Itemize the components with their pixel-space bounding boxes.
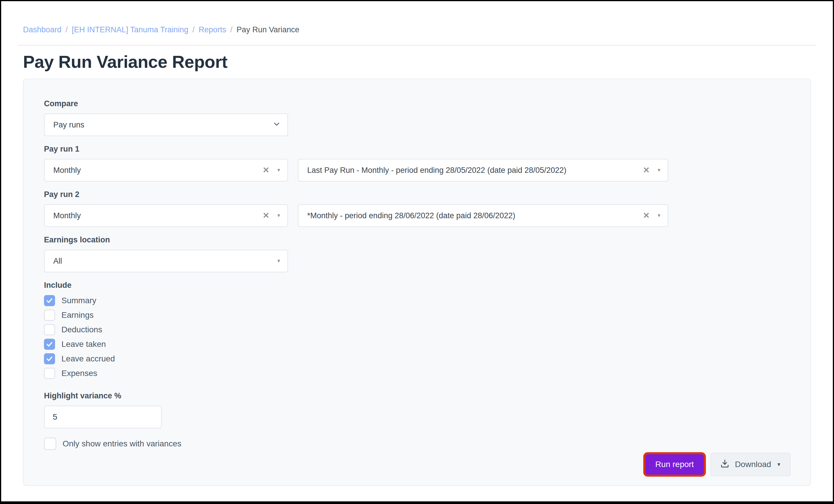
pay-run-2-payrun-select[interactable]: *Monthly - period ending 28/06/2022 (dat… xyxy=(298,204,668,227)
screenshot-frame: Dashboard / [EH INTERNAL] Tanuma Trainin… xyxy=(0,0,834,504)
page-title: Pay Run Variance Report xyxy=(23,53,811,71)
pay-run-2-schedule-value: Monthly xyxy=(53,211,263,220)
only-variances-row[interactable]: Only show entries with variances xyxy=(44,436,791,452)
caret-down-icon[interactable]: ▼ xyxy=(276,259,281,264)
checkmark-icon xyxy=(46,341,53,348)
highlight-variance-field-group: Highlight variance % xyxy=(44,391,791,428)
checkbox-label: Deductions xyxy=(62,325,102,334)
checkbox-label: Leave taken xyxy=(62,340,106,349)
breadcrumb-separator: / xyxy=(193,25,195,35)
clear-icon[interactable]: ✕ xyxy=(263,166,269,174)
checkbox-label: Summary xyxy=(62,296,96,305)
breadcrumb-reports[interactable]: Reports xyxy=(199,25,226,35)
footer-actions: Run report Download ▼ xyxy=(44,452,791,477)
breadcrumb: Dashboard / [EH INTERNAL] Tanuma Trainin… xyxy=(23,1,811,35)
checkbox-row-expenses[interactable]: Expenses xyxy=(44,366,791,381)
checkbox-label: Expenses xyxy=(62,369,97,378)
pay-run-2-schedule-select[interactable]: Monthly ✕ ▼ xyxy=(44,204,288,227)
pay-run-1-schedule-value: Monthly xyxy=(53,166,263,175)
pay-run-1-payrun-select[interactable]: Last Pay Run - Monthly - period ending 2… xyxy=(298,159,668,182)
checkbox-row-summary[interactable]: Summary xyxy=(44,293,791,308)
earnings-location-value: All xyxy=(53,257,276,266)
chevron-down-icon xyxy=(272,120,281,130)
pay-run-2-field-group: Pay run 2 Monthly ✕ ▼ *Monthly - period … xyxy=(44,190,791,227)
page-content: Dashboard / [EH INTERNAL] Tanuma Trainin… xyxy=(1,1,833,486)
checkbox-row-earnings[interactable]: Earnings xyxy=(44,308,791,322)
caret-down-icon[interactable]: ▼ xyxy=(276,213,281,218)
pay-run-2-label: Pay run 2 xyxy=(44,190,791,199)
pay-run-1-payrun-value: Last Pay Run - Monthly - period ending 2… xyxy=(307,166,643,175)
deductions-checkbox[interactable] xyxy=(44,324,55,335)
breadcrumb-current-page: Pay Run Variance xyxy=(237,25,299,35)
pay-run-1-field-group: Pay run 1 Monthly ✕ ▼ Last Pay Run - Mon… xyxy=(44,144,791,182)
pay-run-1-schedule-select[interactable]: Monthly ✕ ▼ xyxy=(44,159,288,182)
pay-run-1-label: Pay run 1 xyxy=(44,144,791,154)
compare-select-value: Pay runs xyxy=(53,120,272,130)
include-label: Include xyxy=(44,280,791,290)
caret-down-icon[interactable]: ▼ xyxy=(657,213,661,218)
breadcrumb-separator: / xyxy=(231,25,233,35)
checkbox-row-deductions[interactable]: Deductions xyxy=(44,322,791,337)
compare-select[interactable]: Pay runs xyxy=(44,114,288,136)
header-divider xyxy=(18,45,816,46)
compare-label: Compare xyxy=(44,99,791,108)
breadcrumb-dashboard[interactable]: Dashboard xyxy=(23,25,62,35)
earnings-location-label: Earnings location xyxy=(44,235,791,245)
breadcrumb-separator: / xyxy=(66,25,68,35)
highlight-variance-label: Highlight variance % xyxy=(44,391,791,400)
download-button[interactable]: Download ▼ xyxy=(710,453,791,476)
pay-run-2-payrun-value: *Monthly - period ending 28/06/2022 (dat… xyxy=(307,211,643,220)
breadcrumb-organisation[interactable]: [EH INTERNAL] Tanuma Training xyxy=(72,25,189,35)
highlight-variance-input[interactable] xyxy=(44,406,161,428)
compare-field-group: Compare Pay runs xyxy=(44,99,791,136)
caret-down-icon[interactable]: ▼ xyxy=(276,168,281,173)
download-icon xyxy=(720,459,730,471)
only-variances-checkbox[interactable] xyxy=(44,438,56,450)
checkbox-label: Earnings xyxy=(62,311,94,320)
summary-checkbox[interactable] xyxy=(44,295,55,306)
earnings-location-select[interactable]: All ▼ xyxy=(44,250,288,272)
leave-taken-checkbox[interactable] xyxy=(44,339,55,350)
expenses-checkbox[interactable] xyxy=(44,368,55,379)
only-variances-label: Only show entries with variances xyxy=(63,439,181,449)
include-field-group: Include Summary Earnings xyxy=(44,280,791,381)
run-report-button[interactable]: Run report xyxy=(645,454,704,475)
checkmark-icon xyxy=(46,355,53,363)
checkbox-row-leave-accrued[interactable]: Leave accrued xyxy=(44,351,791,366)
checkbox-row-leave-taken[interactable]: Leave taken xyxy=(44,337,791,351)
checkbox-label: Leave accrued xyxy=(62,354,115,363)
caret-down-icon[interactable]: ▼ xyxy=(657,168,661,173)
checkmark-icon xyxy=(46,297,53,304)
clear-icon[interactable]: ✕ xyxy=(263,211,269,220)
leave-accrued-checkbox[interactable] xyxy=(44,353,55,364)
clear-icon[interactable]: ✕ xyxy=(643,166,650,174)
download-button-label: Download xyxy=(735,460,771,469)
caret-down-icon: ▼ xyxy=(776,462,781,467)
clear-icon[interactable]: ✕ xyxy=(643,211,650,220)
report-settings-card: Compare Pay runs Pay run 1 Monthly ✕ ▼ xyxy=(23,78,811,486)
earnings-location-field-group: Earnings location All ▼ xyxy=(44,235,791,272)
earnings-checkbox[interactable] xyxy=(44,310,55,321)
